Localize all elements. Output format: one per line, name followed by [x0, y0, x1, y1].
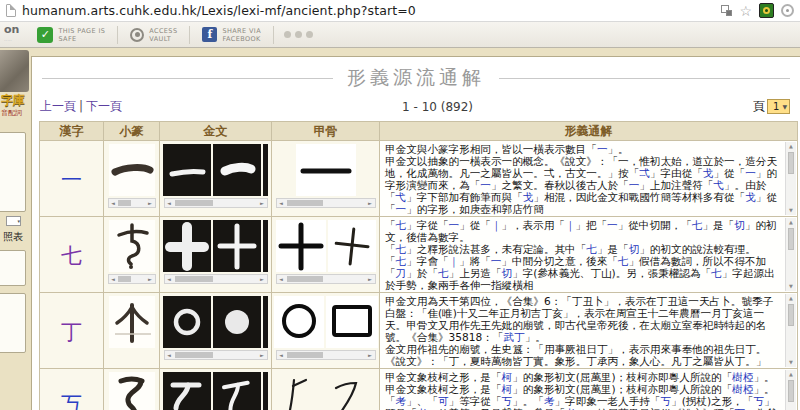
- bronze-script-image[interactable]: [163, 372, 211, 410]
- seal-image-strip[interactable]: [106, 296, 157, 348]
- bronze-script-image[interactable]: [213, 372, 261, 410]
- inline-char-link[interactable]: 七: [438, 267, 449, 279]
- bronze-image-strip[interactable]: [162, 372, 269, 410]
- oracle-bone-image[interactable]: [276, 372, 326, 410]
- bronze-script-image[interactable]: [163, 296, 211, 348]
- seal-image-strip[interactable]: [106, 372, 157, 410]
- prev-page-link[interactable]: 上一頁: [40, 99, 76, 113]
- oracle-image-strip[interactable]: [274, 220, 377, 272]
- oracle-image-strip[interactable]: [274, 372, 377, 410]
- inline-char-link[interactable]: 切: [502, 267, 513, 279]
- vertical-scrollbar[interactable]: ▲▼: [785, 142, 796, 215]
- inline-char-link[interactable]: 武丁: [503, 331, 524, 343]
- inline-char-link[interactable]: 可: [438, 395, 449, 407]
- char-link[interactable]: 七: [61, 244, 82, 268]
- oracle-bone-image[interactable]: [328, 372, 376, 410]
- oracle-bone-image[interactable]: [276, 220, 326, 272]
- inline-char-link[interactable]: 七: [396, 255, 407, 267]
- page-select-dropdown[interactable]: 1▼: [767, 99, 790, 114]
- inline-char-link[interactable]: 七: [396, 219, 407, 231]
- oracle-image-strip[interactable]: [274, 296, 377, 348]
- inline-char-link[interactable]: 七: [692, 219, 703, 231]
- horizontal-scrollbar[interactable]: ◄►: [276, 350, 376, 360]
- bronze-image-strip[interactable]: [162, 144, 269, 196]
- inline-char-link[interactable]: 戈: [703, 167, 714, 179]
- inline-char-link[interactable]: ｜: [565, 219, 575, 231]
- extensions-icon[interactable]: [721, 5, 732, 16]
- inline-char-link[interactable]: 七: [396, 243, 407, 255]
- inline-char-link[interactable]: 一: [629, 179, 640, 191]
- inline-char-link[interactable]: 考: [544, 395, 555, 407]
- inline-char-link[interactable]: ｜: [449, 255, 459, 267]
- inline-char-link[interactable]: 樹椏: [732, 383, 753, 395]
- seal-image-strip[interactable]: [106, 144, 157, 196]
- oracle-bone-image[interactable]: [296, 144, 356, 196]
- inline-char-link[interactable]: 戈: [745, 191, 756, 203]
- url-text[interactable]: humanum.arts.cuhk.edu.hk/Lexis/lexi-mf/a…: [22, 3, 715, 18]
- bronze-image-strip[interactable]: [162, 220, 269, 272]
- horizontal-scrollbar[interactable]: ◄►: [164, 274, 268, 284]
- bronze-script-image[interactable]: [213, 144, 261, 196]
- extension-badge-icon[interactable]: [759, 3, 774, 18]
- bronze-script-image[interactable]: [263, 372, 268, 410]
- oracle-image-strip[interactable]: [274, 144, 377, 196]
- horizontal-scrollbar[interactable]: ◄►: [276, 274, 376, 284]
- inline-char-link[interactable]: 弋: [713, 179, 724, 191]
- horizontal-scrollbar[interactable]: ◄►: [164, 350, 268, 360]
- horizontal-scrollbar[interactable]: ◄►: [108, 274, 156, 284]
- inline-char-link[interactable]: 弋: [396, 191, 407, 203]
- info-circle-icon[interactable]: [781, 4, 794, 17]
- inline-char-link[interactable]: 樹椏: [732, 371, 753, 383]
- toolbar-more-dots-icon[interactable]: [274, 31, 313, 38]
- bookmark-star-icon[interactable]: ☆: [739, 5, 752, 17]
- horizontal-scrollbar[interactable]: ◄►: [108, 198, 156, 208]
- inline-char-link[interactable]: 七: [586, 243, 597, 255]
- inline-char-link[interactable]: 弌: [639, 167, 650, 179]
- bronze-image-strip[interactable]: [162, 296, 269, 348]
- access-vault-button[interactable]: ACCESS VAULT: [118, 22, 189, 47]
- oracle-bone-image[interactable]: [328, 220, 376, 272]
- bronze-script-image[interactable]: [213, 296, 261, 348]
- seal-image-strip[interactable]: [106, 220, 157, 272]
- inline-char-link[interactable]: ｜: [491, 219, 501, 231]
- horizontal-scrollbar[interactable]: ◄►: [164, 198, 268, 208]
- inline-char-link[interactable]: 七: [711, 267, 722, 279]
- inline-char-link[interactable]: 一: [607, 219, 618, 231]
- inline-char-link[interactable]: 丂: [660, 395, 671, 407]
- inline-char-link[interactable]: 丂: [502, 395, 513, 407]
- bronze-script-image[interactable]: [263, 220, 268, 272]
- horizontal-scrollbar[interactable]: ◄►: [276, 198, 376, 208]
- vertical-scrollbar[interactable]: ▲▼: [785, 218, 796, 291]
- inline-char-link[interactable]: 一: [597, 143, 608, 155]
- bronze-script-image[interactable]: [263, 296, 268, 348]
- seal-script-image[interactable]: [109, 372, 155, 410]
- oracle-bone-image[interactable]: [326, 296, 378, 348]
- inline-char-link[interactable]: 柯: [502, 383, 513, 395]
- bronze-script-image[interactable]: [263, 144, 268, 196]
- seal-script-image[interactable]: [109, 296, 155, 348]
- browser-url-bar[interactable]: humanum.arts.cuhk.edu.hk/Lexis/lexi-mf/a…: [0, 0, 800, 22]
- sidebar-dropdown[interactable]: ▾: [6, 216, 21, 226]
- inline-char-link[interactable]: 考: [396, 395, 407, 407]
- vertical-scrollbar[interactable]: ▲▼: [785, 370, 796, 410]
- char-link[interactable]: 丂: [61, 392, 82, 410]
- inline-char-link[interactable]: 柯: [502, 371, 513, 383]
- safe-page-button[interactable]: ✓ THIS PAGE IS SAFE: [25, 22, 117, 47]
- inline-char-link[interactable]: 戈: [523, 191, 534, 203]
- bronze-script-image[interactable]: [163, 144, 211, 196]
- inline-char-link[interactable]: 切: [734, 219, 745, 231]
- bronze-script-image[interactable]: [213, 220, 261, 272]
- inline-char-link[interactable]: 一: [491, 255, 502, 267]
- share-facebook-button[interactable]: f SHARE VIA FACEBOOK: [190, 22, 273, 47]
- next-page-link[interactable]: 下一頁: [86, 99, 122, 113]
- bronze-script-image[interactable]: [163, 220, 211, 272]
- inline-char-link[interactable]: 丂: [753, 395, 764, 407]
- inline-char-link[interactable]: 一: [745, 167, 756, 179]
- inline-char-link[interactable]: 刀: [396, 267, 407, 279]
- inline-char-link[interactable]: 一: [449, 219, 460, 231]
- seal-script-image[interactable]: [109, 144, 155, 196]
- char-link[interactable]: 丁: [61, 320, 82, 344]
- seal-script-image[interactable]: [109, 220, 155, 272]
- inline-char-link[interactable]: 一: [480, 179, 491, 191]
- inline-char-link[interactable]: 切: [629, 243, 640, 255]
